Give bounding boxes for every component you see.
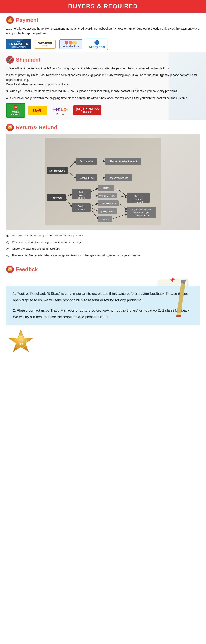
svg-text:Not Received: Not Received [49,169,65,172]
pushpin-icon: 📌 [169,277,175,283]
shipment-para4: 4. If you have not got it within the shi… [6,96,200,100]
svg-text:Quality: Quality [78,205,85,208]
return-icon: 🔁 [6,124,14,131]
svg-text:Wrong Delivery: Wrong Delivery [100,194,115,197]
payment-text: 1.Generally, we accept the following pay… [6,26,200,36]
note-item-1: ① Please check the tracking in formation… [6,233,200,239]
svg-text:Discount: Discount [134,201,143,203]
shipment-para3: 3. When you receive the items you ordere… [6,89,200,94]
return-refund-section: 🔁 Return& Refund Not Received [0,120,206,262]
svg-text:Not: Not [79,191,83,193]
star-badge-svg: Your Text [6,329,35,356]
return-title-row: 🔁 Return& Refund [6,124,200,131]
feedback-content-box: 1. Positive Feedback (5 Stars) is very i… [6,286,200,325]
cp-text: 中国邮政CHINA POST [10,111,21,116]
note-item-2: ② Please contact us by meesage, e-mail, … [6,240,200,246]
return-heading: Return& Refund [16,124,57,131]
fedex-fed: Fed [52,106,61,112]
fedex-logo: FedEx® [50,105,70,113]
payment-icon: 💰 [6,16,14,24]
cp-icon: 📮 [13,105,18,111]
mb-circles [65,41,77,44]
payment-logos: BANK TRANSFER INTERNATIONAL WESTERN UNIO… [6,38,200,50]
feedback-content-wrap: 📌 Feedback 1. Positive Feedback (5 Stars… [6,286,200,325]
svg-text:requirements you: requirements you [133,212,149,214]
return-notes: ① Please check the tracking in formation… [6,233,200,258]
sf-top: (SF) EXPRESS [76,107,99,111]
svg-text:If you have any else: If you have any else [132,208,151,211]
bank-sub: INTERNATIONAL [11,46,26,48]
flowchart-area: Not Received On the Way Please be patien… [6,134,200,230]
dhl-text: DHL [32,108,43,113]
svg-text:Received: Received [51,196,62,199]
dhl-logo: DHL [28,106,47,115]
shipment-para2: 2.The shipment by China Post Registered … [6,73,200,87]
svg-text:could also tell us: could also tell us [134,214,149,216]
mb-circle2 [69,41,73,44]
page-title: BUYERS & REQUIRED [0,3,206,10]
feedback-para1: 1. Positive Feedback (5 Stars) is very i… [13,290,193,303]
svg-text:Quality Defect: Quality Defect [100,210,114,213]
wu-sub: UNION [42,45,48,47]
sf-bottom: 顺丰速运 [76,111,99,114]
feedback-heading: Feedbck [16,266,38,273]
shipment-heading: Shipment [16,56,40,63]
svg-text:Received/Refund: Received/Refund [109,176,128,180]
fedex-ex: Ex [61,106,66,112]
svg-text:Resend: Resend [134,195,142,198]
payment-section: 💰 Payment 1.Generally, we accept the fol… [0,12,206,52]
feedback-icon: 🔁 [6,266,14,273]
note-num-1: ① [6,233,10,239]
shipment-icon: ✈️ [6,56,14,64]
svg-text:Problem: Problem [77,196,86,199]
shipping-logos: 📮 中国邮政CHINA POST DHL FedEx® Express (SF)… [6,103,200,118]
feedback-section: 🔁 Feedbck 📌 Feedback 1. Positive Feedbac… [0,262,206,358]
note-item-3: ③ Check the package and Item, carefully. [6,246,200,252]
feedback-title-row: 🔁 Feedbck [6,266,200,273]
bank-top: BANK [16,40,21,42]
note-num-2: ② [6,240,10,246]
bank-transfer-logo: BANK TRANSFER INTERNATIONAL [6,39,31,50]
fedex-logo-wrap: FedEx® Express [50,105,70,116]
feedback-para2: 2. Please contact us by Trade Manager or… [13,308,193,320]
shipment-section: ✈️ Shipment 1. We will sent the items wi… [0,52,206,120]
star-badge-wrap: Your Text [6,329,200,356]
page-header: BUYERS & REQUIRED [0,0,206,12]
svg-text:Not fit: Not fit [103,186,109,189]
svg-text:Text: Text [18,342,23,345]
note-item-4: ④ Please Note: Men made defects are not … [6,253,200,258]
svg-text:Problem: Problem [77,208,86,210]
alipay-logo: 🔵 Alipay.com [86,38,108,50]
svg-text:Please be patient to wait: Please be patient to wait [110,160,137,163]
payment-body: 1.Generally, we accept the following pay… [6,26,200,36]
note-num-3: ③ [6,246,10,252]
svg-text:Quality: Quality [78,194,85,196]
payment-heading: Payment [16,17,38,23]
svg-text:Color Difference: Color Difference [100,202,116,205]
shipment-body: 1. We will sent the items within 2-5days… [6,66,200,100]
svg-text:Refund: Refund [135,198,142,200]
note-num-4: ④ [6,253,10,258]
mb-text: moneybookers [63,45,79,48]
note-text-2: Please contact us by meesage, e-mail, or… [12,240,83,245]
shipment-content: ✈️ Shipment 1. We will sent the items wi… [6,56,200,118]
sf-express-logo: (SF) EXPRESS 顺丰速运 [73,106,101,116]
alipay-icon: 🔵 [94,40,100,45]
svg-text:Received/Lost: Received/Lost [79,176,95,180]
mb-circle3 [73,41,77,44]
mb-circle1 [65,41,68,44]
svg-text:Damage: Damage [101,218,109,220]
note-text-4: Please Note: Men made defects are not gu… [12,253,141,258]
shipment-para1: 1. We will sent the items within 2-5days… [6,66,200,71]
svg-text:Your: Your [18,339,23,342]
western-union-logo: WESTERN UNION [35,40,56,48]
wu-main: WESTERN [38,42,52,45]
fedex-sub: Express [50,113,70,116]
bank-main: TRANSFER [9,42,28,46]
svg-rect-21 [72,204,91,212]
payment-title-row: 💰 Payment [6,16,200,24]
note-text-1: Please check the tracking in formation o… [12,233,85,238]
moneybookers-logo: moneybookers [59,40,82,49]
svg-text:On the Way: On the Way [80,160,93,163]
flowchart-svg: Not Received On the Way Please be patien… [10,138,196,225]
